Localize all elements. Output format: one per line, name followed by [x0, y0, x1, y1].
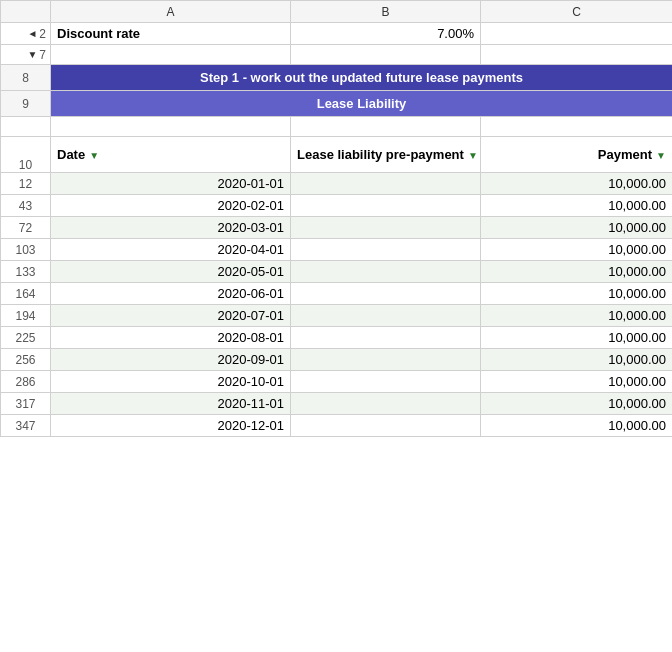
payment-filter-icon[interactable]: ▼: [656, 150, 666, 160]
cell-c194[interactable]: 10,000.00: [481, 305, 673, 327]
cell-a10[interactable]: Date ▼: [51, 137, 291, 173]
cell-b72[interactable]: [291, 217, 481, 239]
data-row-347: 347 2020-12-01 10,000.00: [1, 415, 673, 437]
cell-a225[interactable]: 2020-08-01: [51, 327, 291, 349]
row-blank-num: [1, 117, 51, 137]
row-num-164: 164: [1, 283, 51, 305]
data-row-256: 256 2020-09-01 10,000.00: [1, 349, 673, 371]
row-num-347: 347: [1, 415, 51, 437]
cell-c2[interactable]: [481, 23, 673, 45]
cell-c133[interactable]: 10,000.00: [481, 261, 673, 283]
cell-b2[interactable]: 7.00%: [291, 23, 481, 45]
row-num-7: ▼ 7: [1, 45, 51, 65]
cell-c286[interactable]: 10,000.00: [481, 371, 673, 393]
row-10: 10 Date ▼ Lease liability pre-payment ▼ …: [1, 137, 673, 173]
date-filter-icon[interactable]: ▼: [89, 150, 99, 160]
cell-blank-b: [291, 117, 481, 137]
cell-c10[interactable]: Payment ▼: [481, 137, 673, 173]
spreadsheet: A B C ◄ 2 Discount rate 7.00% ▼: [0, 0, 672, 437]
date-header-label: Date: [57, 147, 85, 162]
data-row-72: 72 2020-03-01 10,000.00: [1, 217, 673, 239]
lease-liability-banner-cell: Lease Liability: [51, 91, 673, 117]
row-7-num: 7: [39, 48, 46, 62]
cell-b225[interactable]: [291, 327, 481, 349]
cell-b256[interactable]: [291, 349, 481, 371]
cell-a12[interactable]: 2020-01-01: [51, 173, 291, 195]
row-7: ▼ 7: [1, 45, 673, 65]
column-header-row: A B C: [1, 1, 673, 23]
cell-c43[interactable]: 10,000.00: [481, 195, 673, 217]
cell-c347[interactable]: 10,000.00: [481, 415, 673, 437]
data-row-12: 12 2020-01-01 10,000.00: [1, 173, 673, 195]
cell-a164[interactable]: 2020-06-01: [51, 283, 291, 305]
cell-a43[interactable]: 2020-02-01: [51, 195, 291, 217]
cell-b43[interactable]: [291, 195, 481, 217]
row-num-256: 256: [1, 349, 51, 371]
cell-a286[interactable]: 2020-10-01: [51, 371, 291, 393]
cell-c72[interactable]: 10,000.00: [481, 217, 673, 239]
step1-banner-cell: Step 1 - work out the updated future lea…: [51, 65, 673, 91]
cell-c164[interactable]: 10,000.00: [481, 283, 673, 305]
cell-b286[interactable]: [291, 371, 481, 393]
row-2: ◄ 2 Discount rate 7.00%: [1, 23, 673, 45]
row-num-317: 317: [1, 393, 51, 415]
cell-a133[interactable]: 2020-05-01: [51, 261, 291, 283]
row-num-103: 103: [1, 239, 51, 261]
cell-b103[interactable]: [291, 239, 481, 261]
row-num-286: 286: [1, 371, 51, 393]
row-blank: [1, 117, 673, 137]
data-row-43: 43 2020-02-01 10,000.00: [1, 195, 673, 217]
row-num-8: 8: [1, 65, 51, 91]
cell-c256[interactable]: 10,000.00: [481, 349, 673, 371]
data-row-317: 317 2020-11-01 10,000.00: [1, 393, 673, 415]
col-a-header: A: [51, 1, 291, 23]
row-num-43: 43: [1, 195, 51, 217]
row-8-banner: 8 Step 1 - work out the updated future l…: [1, 65, 673, 91]
cell-c12[interactable]: 10,000.00: [481, 173, 673, 195]
lease-filter-icon[interactable]: ▼: [468, 150, 478, 160]
payment-header-label: Payment: [598, 147, 652, 162]
cell-c103[interactable]: 10,000.00: [481, 239, 673, 261]
row-num-12: 12: [1, 173, 51, 195]
col-b-header: B: [291, 1, 481, 23]
cell-b133[interactable]: [291, 261, 481, 283]
data-row-286: 286 2020-10-01 10,000.00: [1, 371, 673, 393]
cell-b347[interactable]: [291, 415, 481, 437]
cell-b10[interactable]: Lease liability pre-payment ▼: [291, 137, 481, 173]
row-num-133: 133: [1, 261, 51, 283]
data-row-194: 194 2020-07-01 10,000.00: [1, 305, 673, 327]
cell-blank-a: [51, 117, 291, 137]
row-num-9: 9: [1, 91, 51, 117]
data-row-103: 103 2020-04-01 10,000.00: [1, 239, 673, 261]
cell-b12[interactable]: [291, 173, 481, 195]
cell-b7[interactable]: [291, 45, 481, 65]
cell-b164[interactable]: [291, 283, 481, 305]
cell-a256[interactable]: 2020-09-01: [51, 349, 291, 371]
row-num-225: 225: [1, 327, 51, 349]
data-row-133: 133 2020-05-01 10,000.00: [1, 261, 673, 283]
data-row-225: 225 2020-08-01 10,000.00: [1, 327, 673, 349]
cell-a72[interactable]: 2020-03-01: [51, 217, 291, 239]
cell-c7[interactable]: [481, 45, 673, 65]
cell-b194[interactable]: [291, 305, 481, 327]
cell-b317[interactable]: [291, 393, 481, 415]
row-num-194: 194: [1, 305, 51, 327]
row-num-label: 2: [39, 27, 46, 41]
cell-blank-c: [481, 117, 673, 137]
data-row-164: 164 2020-06-01 10,000.00: [1, 283, 673, 305]
row-9-subbanner: 9 Lease Liability: [1, 91, 673, 117]
cell-c225[interactable]: 10,000.00: [481, 327, 673, 349]
corner-cell: [1, 1, 51, 23]
cell-a194[interactable]: 2020-07-01: [51, 305, 291, 327]
row-num-2: ◄ 2: [1, 23, 51, 45]
cell-a317[interactable]: 2020-11-01: [51, 393, 291, 415]
row-arrow-icon: ◄: [27, 28, 37, 39]
cell-a347[interactable]: 2020-12-01: [51, 415, 291, 437]
cell-a2[interactable]: Discount rate: [51, 23, 291, 45]
row-num-72: 72: [1, 217, 51, 239]
cell-a7[interactable]: [51, 45, 291, 65]
cell-a103[interactable]: 2020-04-01: [51, 239, 291, 261]
cell-c317[interactable]: 10,000.00: [481, 393, 673, 415]
col-c-header: C: [481, 1, 673, 23]
row-7-arrow: ▼: [27, 49, 37, 60]
